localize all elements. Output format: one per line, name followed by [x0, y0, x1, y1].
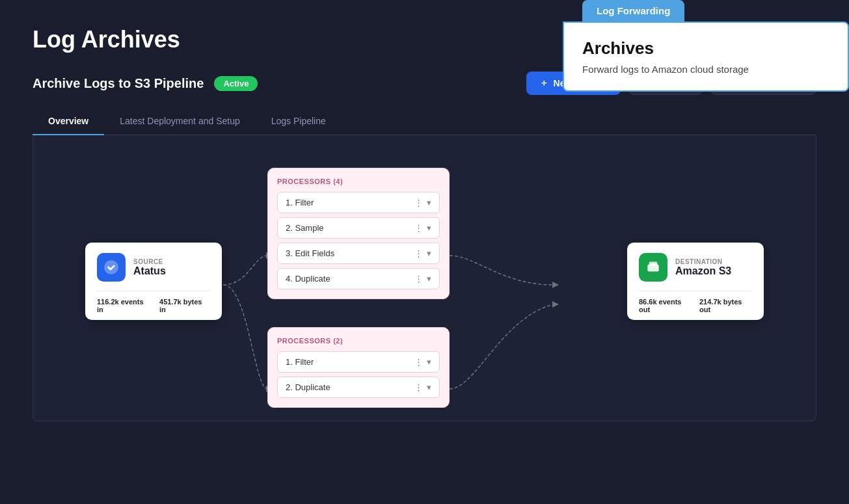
processor-1-3[interactable]: 3. Edit Fields ⋮ ▾ [277, 243, 440, 264]
dest-bytes-out: 214.7k bytes out [699, 298, 752, 313]
plus-icon: ＋ [539, 77, 548, 89]
destination-node: DESTINATION Amazon S3 86.6k events out 2… [627, 243, 764, 320]
processors-group-1: PROCESSORS (4) 1. Filter ⋮ ▾ 2. Sample ⋮… [267, 168, 450, 299]
processors-2-title: PROCESSORS (2) [277, 337, 440, 345]
chevron-down-icon: ▾ [427, 382, 431, 392]
chevron-down-icon: ▾ [427, 357, 431, 367]
processor-1-1[interactable]: 1. Filter ⋮ ▾ [277, 192, 440, 213]
status-badge: Active [214, 76, 258, 91]
tab-overview[interactable]: Overview [33, 108, 104, 135]
more-icon: ⋮ [414, 357, 423, 367]
chevron-down-icon: ▾ [427, 198, 431, 207]
more-icon: ⋮ [414, 248, 423, 258]
source-stats: 116.2k events in 451.7k bytes in [97, 291, 210, 320]
tabs-bar: Overview Latest Deployment and Setup Log… [33, 108, 816, 135]
processor-1-2[interactable]: 2. Sample ⋮ ▾ [277, 217, 440, 239]
processors-group-2: PROCESSORS (2) 1. Filter ⋮ ▾ 2. Duplicat… [267, 327, 450, 408]
more-icon: ⋮ [414, 274, 423, 284]
more-icon: ⋮ [414, 223, 423, 233]
chevron-down-icon: ▾ [427, 274, 431, 284]
destination-label: DESTINATION [675, 258, 752, 265]
source-name: Atatus [133, 265, 210, 277]
svg-marker-3 [552, 301, 559, 308]
more-icon: ⋮ [414, 198, 423, 207]
processors-1-title: PROCESSORS (4) [277, 178, 440, 185]
source-icon [97, 253, 126, 282]
svg-marker-2 [552, 282, 559, 288]
source-bytes-in: 451.7k bytes in [159, 298, 210, 313]
tooltip-tab: Log Forwarding [582, 0, 684, 21]
processor-1-4[interactable]: 4. Duplicate ⋮ ▾ [277, 268, 440, 289]
tooltip-body: Archives Forward logs to Amazon cloud st… [563, 21, 849, 92]
more-icon: ⋮ [414, 382, 423, 392]
processor-2-2[interactable]: 2. Duplicate ⋮ ▾ [277, 377, 440, 398]
tooltip-description: Forward logs to Amazon cloud storage [582, 64, 829, 75]
pipeline-name: Archive Logs to S3 Pipeline [33, 76, 204, 91]
tab-logs-pipeline[interactable]: Logs Pipeline [256, 108, 342, 135]
tooltip-title: Archives [582, 38, 829, 59]
destination-icon [639, 253, 667, 282]
chevron-down-icon: ▾ [427, 223, 431, 233]
source-events-in: 116.2k events in [97, 298, 152, 313]
chevron-down-icon: ▾ [427, 248, 431, 258]
dest-events-out: 86.6k events out [639, 298, 692, 313]
pipeline-canvas: SOURCE Atatus 116.2k events in 451.7k by… [33, 135, 816, 421]
tab-latest-deployment[interactable]: Latest Deployment and Setup [104, 108, 255, 135]
destination-stats: 86.6k events out 214.7k bytes out [639, 291, 752, 320]
tooltip-popup: Log Forwarding Archives Forward logs to … [563, 0, 849, 92]
source-node: SOURCE Atatus 116.2k events in 451.7k by… [85, 243, 222, 320]
destination-name: Amazon S3 [675, 265, 752, 277]
processor-2-1[interactable]: 1. Filter ⋮ ▾ [277, 351, 440, 373]
svg-point-6 [649, 263, 658, 266]
source-label: SOURCE [133, 258, 210, 265]
